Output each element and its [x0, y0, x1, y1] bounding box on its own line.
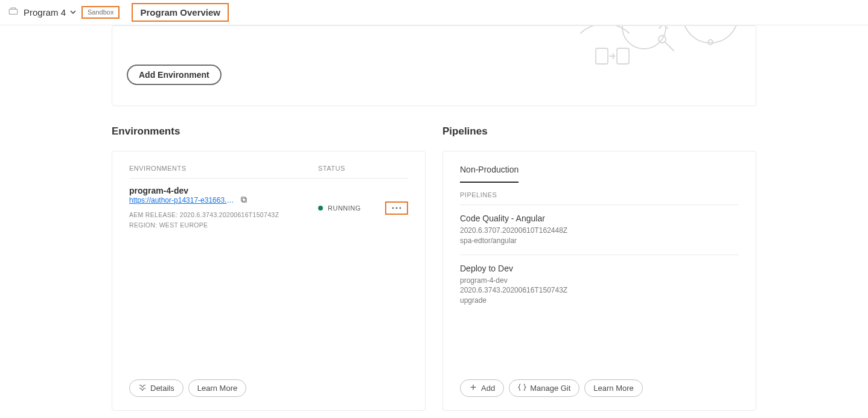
braces-icon: [518, 383, 526, 393]
env-table-head: ENVIRONMENTS STATUS: [129, 151, 408, 179]
brand-icon: [8, 6, 19, 19]
environments-section: Environments ENVIRONMENTS STATUS program…: [112, 125, 426, 411]
table-row: Code Quality - Angular 2020.6.3707.20200…: [460, 205, 739, 255]
svg-rect-8: [241, 197, 246, 201]
program-name: Program 4: [24, 7, 66, 17]
pipelines-section: Pipelines Non-Production PIPELINES Code …: [442, 125, 756, 411]
sandbox-badge: Sandbox: [81, 6, 120, 19]
learn-more-button[interactable]: Learn More: [188, 379, 246, 397]
details-button[interactable]: Details: [129, 379, 183, 397]
svg-point-5: [683, 25, 738, 43]
pipeline-meta-1: 2020.6.3707.20200610T162448Z: [460, 226, 739, 236]
svg-point-1: [622, 25, 666, 49]
hero-illustration: [569, 25, 750, 77]
svg-rect-7: [242, 198, 246, 202]
svg-rect-2: [596, 48, 608, 64]
pipeline-meta-3: upgrade: [460, 296, 739, 306]
manage-git-label: Manage Git: [530, 384, 570, 393]
pipelines-title: Pipelines: [442, 125, 756, 138]
learn-more-label: Learn More: [593, 384, 633, 393]
env-status-text: RUNNING: [328, 204, 361, 212]
hero-card: Add Environment: [112, 25, 756, 106]
pipeline-meta-1: program-4-dev: [460, 276, 739, 286]
pipeline-col-header: PIPELINES: [460, 183, 739, 205]
svg-point-9: [392, 207, 394, 209]
env-release: AEM RELEASE: 2020.6.3743.20200616T150743…: [129, 210, 318, 220]
svg-rect-3: [617, 48, 629, 64]
pipeline-meta-2: 2020.6.3743.20200616T150743Z: [460, 285, 739, 296]
environments-card: ENVIRONMENTS STATUS program-4-dev https:…: [112, 151, 426, 411]
svg-point-6: [708, 40, 713, 45]
add-environment-button[interactable]: Add Environment: [127, 65, 222, 85]
details-label: Details: [150, 384, 174, 393]
svg-point-11: [400, 207, 401, 209]
env-region: REGION: WEST EUROPE: [129, 220, 318, 230]
learn-more-label: Learn More: [197, 384, 237, 393]
pipeline-name: Deploy to Dev: [460, 264, 739, 273]
env-more-menu[interactable]: [385, 201, 408, 215]
chevron-down-icon: [69, 7, 77, 17]
table-row: program-4-dev https://author-p14317-e316…: [129, 179, 408, 230]
details-icon: [138, 383, 147, 393]
col-status: STATUS: [318, 165, 345, 172]
program-overview-crumb[interactable]: Program Overview: [132, 3, 229, 22]
pipeline-name: Code Quality - Angular: [460, 214, 739, 223]
col-environments: ENVIRONMENTS: [129, 165, 318, 172]
env-status: RUNNING: [318, 204, 385, 212]
pipeline-tabs: Non-Production: [460, 151, 739, 183]
manage-git-button[interactable]: Manage Git: [509, 379, 579, 397]
svg-rect-0: [9, 9, 18, 14]
add-pipeline-button[interactable]: Add: [460, 379, 504, 397]
pipelines-card: Non-Production PIPELINES Code Quality - …: [442, 151, 756, 411]
svg-point-10: [396, 207, 398, 209]
tab-non-production[interactable]: Non-Production: [460, 165, 519, 183]
copy-icon[interactable]: [240, 195, 247, 205]
program-selector[interactable]: Program 4: [24, 7, 77, 17]
env-url-link[interactable]: https://author-p14317-e31663.adobeae…: [129, 196, 238, 204]
add-label: Add: [481, 384, 495, 393]
status-dot-icon: [318, 206, 323, 211]
environments-title: Environments: [112, 125, 426, 138]
table-row: Deploy to Dev program-4-dev 2020.6.3743.…: [460, 255, 739, 314]
pipeline-meta-2: spa-edtor/angular: [460, 236, 739, 246]
env-name: program-4-dev: [129, 186, 318, 195]
svg-point-4: [659, 36, 666, 43]
top-bar: Program 4 Sandbox Program Overview: [0, 0, 868, 25]
plus-icon: [469, 383, 477, 393]
pipeline-learn-more-button[interactable]: Learn More: [584, 379, 642, 397]
